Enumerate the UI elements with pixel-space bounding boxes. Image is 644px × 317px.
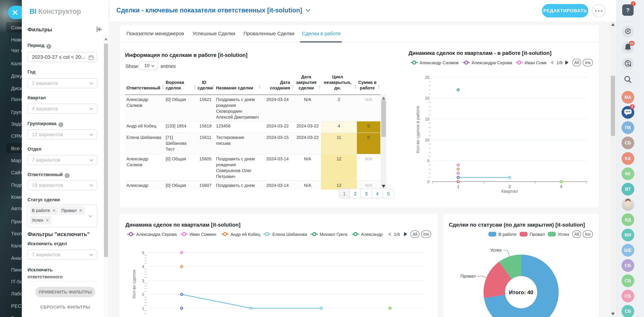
svg-text:Провал: Провал bbox=[460, 274, 476, 278]
svg-text:20: 20 bbox=[425, 96, 430, 100]
svg-text:Александр Салмов: Александр Салмов bbox=[420, 60, 458, 65]
svg-text:1: 1 bbox=[457, 184, 459, 189]
svg-text:Успех: Успех bbox=[490, 248, 502, 252]
svg-text:1: 1 bbox=[142, 306, 144, 311]
svg-text:Inv: Inv bbox=[585, 60, 591, 65]
svg-text:1/4: 1/4 bbox=[394, 232, 400, 237]
svg-text:Провал: Провал bbox=[530, 232, 545, 237]
svg-text:15: 15 bbox=[425, 117, 430, 122]
svg-text:1/9: 1/9 bbox=[556, 60, 562, 65]
svg-text:Кол-во сделок в работе: Кол-во сделок в работе bbox=[415, 106, 420, 153]
svg-text:Квартал: Квартал bbox=[502, 189, 518, 194]
svg-text:Inv: Inv bbox=[585, 232, 591, 237]
svg-text:Андр ей Кобец: Андр ей Кобец bbox=[230, 232, 260, 237]
svg-text:5: 5 bbox=[142, 250, 144, 255]
svg-text:4: 4 bbox=[142, 264, 144, 269]
svg-text:All: All bbox=[574, 60, 579, 65]
svg-text:Успех: Успех bbox=[558, 232, 569, 237]
svg-text:В работе: В работе bbox=[498, 232, 516, 237]
svg-text:25: 25 bbox=[425, 75, 430, 80]
svg-text:Кол-во сделок: Кол-во сделок bbox=[132, 270, 136, 298]
svg-text:3: 3 bbox=[142, 278, 144, 283]
svg-text:Михаил Грега: Михаил Грега bbox=[320, 232, 348, 237]
svg-text:Итого: 40: Итого: 40 bbox=[509, 289, 533, 295]
svg-text:Александр: Александр bbox=[361, 232, 383, 237]
svg-text:5: 5 bbox=[427, 159, 430, 163]
svg-text:10: 10 bbox=[425, 138, 430, 142]
svg-text:Inv: Inv bbox=[423, 232, 429, 237]
svg-text:2: 2 bbox=[142, 292, 144, 297]
svg-text:4: 4 bbox=[560, 184, 562, 189]
svg-text:All: All bbox=[574, 232, 579, 237]
svg-text:Александра Серова: Александра Серова bbox=[472, 60, 512, 65]
svg-text:Иван Сомк: Иван Сомк bbox=[524, 60, 546, 65]
svg-text:Александра Серова: Александра Серова bbox=[136, 232, 177, 237]
svg-text:Елена Шибанова: Елена Шибанова bbox=[272, 232, 307, 237]
svg-text:All: All bbox=[412, 232, 418, 237]
svg-text:0: 0 bbox=[427, 180, 430, 184]
svg-text:Иван Сомкин: Иван Сомкин bbox=[190, 232, 216, 237]
svg-text:2: 2 bbox=[508, 184, 511, 189]
